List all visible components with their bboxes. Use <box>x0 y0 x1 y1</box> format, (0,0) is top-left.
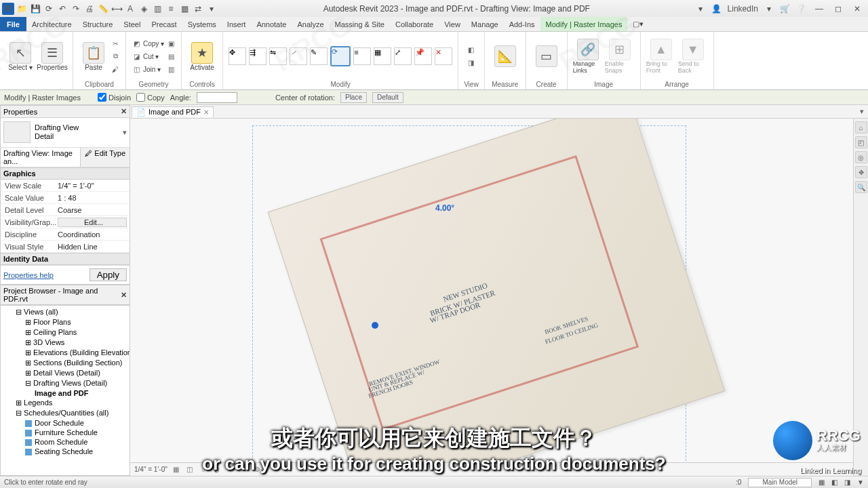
move-icon[interactable]: ✥ <box>229 47 246 65</box>
nav-zoom-icon[interactable]: 🔍 <box>855 181 867 193</box>
tree-views[interactable]: ⊟ Views (all) <box>2 307 128 317</box>
disjoin-check[interactable]: Disjoin <box>98 93 131 102</box>
document-tab[interactable]: 📄 Image and PDF ✕ <box>132 106 214 117</box>
create-icon[interactable]: ▭ <box>536 45 557 67</box>
qat-section-icon[interactable]: ▥ <box>151 3 163 15</box>
offset-icon[interactable]: ⇶ <box>249 47 267 65</box>
join-tool[interactable]: ◫Join ▾ <box>132 64 164 75</box>
vc-sun-icon[interactable]: ☼ <box>199 465 208 474</box>
copy-clip-tool[interactable]: ⧉ <box>111 51 120 62</box>
nav-pan-icon[interactable]: ✥ <box>855 166 867 178</box>
paste-icon[interactable]: 📋 <box>83 42 104 64</box>
tree-detail-views[interactable]: ⊞ Detail Views (Detail) <box>2 368 128 378</box>
properties-help-link[interactable]: Properties help <box>3 271 85 279</box>
tree-furniture-schedule[interactable]: Furniture Schedule <box>2 428 128 437</box>
browser-panel-header[interactable]: Project Browser - Image and PDF.rvt ✕ <box>0 285 130 305</box>
workset-selector[interactable]: Main Model <box>748 478 812 487</box>
tree-ceiling-plans[interactable]: ⊞ Ceiling Plans <box>2 327 128 338</box>
qat-switch-icon[interactable]: ⇄ <box>192 3 204 15</box>
tree-drafting-views[interactable]: ⊟ Drafting Views (Detail) <box>2 378 128 388</box>
tab-annotate[interactable]: Annotate <box>251 17 292 31</box>
qat-close-hidden-icon[interactable]: ▦ <box>178 3 191 15</box>
array-icon[interactable]: ▦ <box>374 47 391 65</box>
angle-input[interactable] <box>197 92 237 103</box>
sb-c-icon[interactable]: ◨ <box>844 479 850 486</box>
property-value[interactable]: Coarse <box>55 206 130 214</box>
scale-icon[interactable]: ⤢ <box>394 47 412 65</box>
tab-collaborate[interactable]: Collaborate <box>390 17 439 31</box>
property-row[interactable]: Scale Value1 : 48 <box>1 192 130 204</box>
measure-icon[interactable]: 📐 <box>494 45 516 67</box>
property-value[interactable]: Edit... <box>58 218 127 227</box>
tree-door-schedule[interactable]: Door Schedule <box>2 418 128 428</box>
activate-label[interactable]: Activate <box>190 64 214 71</box>
pin-icon[interactable]: 📌 <box>414 47 432 65</box>
tab-systems[interactable]: Systems <box>182 17 222 31</box>
cut-tool[interactable]: ✂ <box>111 38 120 49</box>
qat-dim-icon[interactable]: ⟷ <box>111 3 123 15</box>
close-button[interactable]: ✕ <box>850 3 864 14</box>
temporary-dimension[interactable]: 4.00° <box>435 203 454 213</box>
activate-icon[interactable]: ★ <box>191 42 213 64</box>
apply-button[interactable]: Apply <box>90 268 127 281</box>
tab-insert[interactable]: Insert <box>222 17 252 31</box>
tab-manage[interactable]: Manage <box>466 17 504 31</box>
type-selector-dropdown-icon[interactable]: ▾ <box>123 128 127 137</box>
rotate-center-handle[interactable] <box>372 322 378 329</box>
vc-reveal-icon[interactable]: ⚙ <box>253 465 262 474</box>
qat-dropdown-icon[interactable]: ▾ <box>205 3 218 15</box>
exchange-icon[interactable]: ▾ <box>764 3 774 14</box>
cut-geom-tool[interactable]: ◪Cut ▾ <box>132 51 164 62</box>
tree-3d-views[interactable]: ⊞ 3D Views <box>2 338 128 348</box>
tab-steel[interactable]: Steel <box>118 17 146 31</box>
tree-legends[interactable]: ⊞ Legends <box>2 398 128 408</box>
nav-cube-icon[interactable]: ◰ <box>855 136 867 148</box>
tab-view[interactable]: View <box>439 17 466 31</box>
vc-style-icon[interactable]: ◫ <box>185 465 195 474</box>
view-scale[interactable]: 1/4" = 1'-0" <box>134 466 167 473</box>
tree-room-schedule[interactable]: Room Schedule <box>2 437 128 447</box>
tree-sections[interactable]: ⊞ Sections (Building Section) <box>2 358 128 368</box>
tree-floor-plans[interactable]: ⊞ Floor Plans <box>2 317 128 327</box>
properties-panel-header[interactable]: Properties ✕ <box>0 105 130 118</box>
instance-filter[interactable]: Drafting View: Image an... <box>1 148 80 167</box>
group-graphics[interactable]: Graphics <box>1 167 130 180</box>
property-value[interactable]: Coordination <box>55 230 130 239</box>
tree-current-view[interactable]: Image and PDF <box>2 388 128 398</box>
keytips-icon[interactable]: ▾ <box>695 3 706 14</box>
cart-icon[interactable]: 🛒 <box>780 3 791 14</box>
qat-print-icon[interactable]: 🖨 <box>83 3 96 15</box>
sb-a-icon[interactable]: ▦ <box>818 479 825 486</box>
qat-text-icon[interactable]: A <box>124 3 136 15</box>
property-row[interactable]: Visibility/Grap...Edit... <box>1 216 130 228</box>
delete-icon[interactable]: ✕ <box>435 47 452 65</box>
qat-redo-icon[interactable]: ↷ <box>70 3 82 15</box>
match-tool[interactable]: 🖌 <box>111 64 120 75</box>
qat-save-icon[interactable]: 💾 <box>29 3 41 15</box>
doc-tab-close-icon[interactable]: ✕ <box>203 108 209 116</box>
tree-seating-schedule[interactable]: Seating Schedule <box>2 447 128 456</box>
edit-type-button[interactable]: 🖉 Edit Type <box>80 148 130 167</box>
property-value[interactable]: 1/4" = 1'-0" <box>55 182 130 190</box>
place-button[interactable]: Place <box>340 92 367 103</box>
group-identity[interactable]: Identity Data <box>1 253 130 265</box>
selection-count[interactable]: :0 <box>736 479 741 486</box>
cope-tool[interactable]: ◩Copy ▾ <box>132 38 164 49</box>
property-value[interactable]: 1 : 48 <box>55 194 130 202</box>
doc-tabs-menu-icon[interactable]: ▾ <box>860 107 868 116</box>
tab-structure[interactable]: Structure <box>77 17 119 31</box>
nav-wheel-icon[interactable]: ◎ <box>855 151 867 163</box>
paste-label[interactable]: Paste <box>85 64 102 71</box>
properties-panel-close-icon[interactable]: ✕ <box>121 107 127 116</box>
property-row[interactable]: Visual StyleHidden Line <box>1 241 130 253</box>
property-value[interactable]: Hidden Line <box>55 243 130 251</box>
signin-name[interactable]: LinkedIn <box>728 4 758 14</box>
align-icon[interactable]: ≡ <box>353 47 371 65</box>
browser-panel-close-icon[interactable]: ✕ <box>121 291 127 300</box>
copy-check[interactable]: Copy <box>136 93 165 102</box>
tree-schedules[interactable]: ⊟ Schedules/Quantities (all) <box>2 408 128 418</box>
qat-3d-icon[interactable]: ◈ <box>138 3 150 15</box>
nav-home-icon[interactable]: ⌂ <box>855 121 867 134</box>
qat-thin-icon[interactable]: ≡ <box>165 3 177 15</box>
sb-b-icon[interactable]: ◧ <box>831 479 837 486</box>
